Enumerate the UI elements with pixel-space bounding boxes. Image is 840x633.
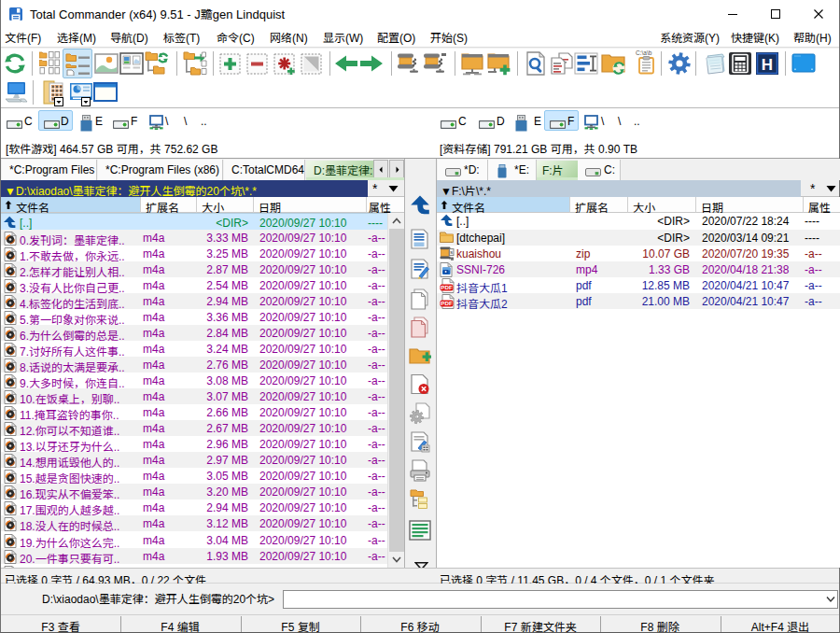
svg-text:C:\a\b: C:\a\b [636,49,652,56]
svg-text:H: H [762,56,773,74]
